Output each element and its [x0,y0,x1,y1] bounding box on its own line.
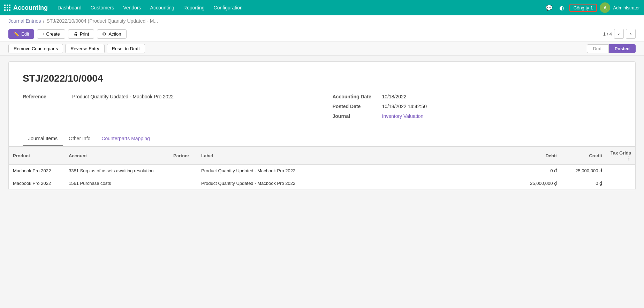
table-row[interactable]: Macbook Pro 2022 1561 Purchase costs Pro… [9,177,635,190]
table-area: Product Account Partner Label Debit Cred… [9,147,635,190]
col-header-product: Product [9,147,65,165]
menu-reporting[interactable]: Reporting [179,0,209,15]
breadcrumb-parent[interactable]: Journal Entries [8,18,41,24]
cell-account: 1561 Purchase costs [65,177,169,190]
action-button[interactable]: ⚙ Action [97,29,126,39]
journal-label: Journal [333,113,378,119]
cell-label: Product Quantity Updated - Macbook Pro 2… [197,165,516,177]
journal-value[interactable]: Inventory Valuation [382,113,424,119]
record-title: STJ/2022/10/0004 [23,73,621,84]
user-name: Administrator [613,5,640,10]
top-navigation: Accounting Dashboard Customers Vendors A… [0,0,644,15]
cell-product: Macbook Pro 2022 [9,177,65,190]
prev-page-button[interactable]: ‹ [614,29,624,39]
status-workflow: Draft Posted [587,44,636,53]
table-body: Macbook Pro 2022 3381 Surplus of assets … [9,165,635,190]
col-header-taxgrids: Tax Grids ⋮ [606,147,635,165]
form-right: Accounting Date 10/18/2022 Posted Date 1… [333,94,622,123]
menu-configuration[interactable]: Configuration [210,0,247,15]
tab-counterparts-mapping[interactable]: Counterparts Mapping [96,132,156,146]
reference-label: Reference [23,94,68,99]
tab-journal-items[interactable]: Journal Items [23,132,63,146]
col-header-credit: Credit [561,147,606,165]
pagination: 1 / 4 ‹ › [603,29,636,39]
breadcrumb: Journal Entries / STJ/2022/10/0004 (Prod… [8,18,636,26]
topnav-right: 💬 ◐ Công ty 1 A Administrator [544,2,640,13]
cell-account: 3381 Surplus of assets awaiting resoluti… [65,165,169,177]
app-logo: Accounting [13,4,48,12]
table-header-row: Product Account Partner Label Debit Cred… [9,147,635,165]
company-selector[interactable]: Công ty 1 [569,4,597,12]
accounting-date-label: Accounting Date [333,94,378,99]
cell-partner [169,177,197,190]
col-header-debit: Debit [516,147,561,165]
reference-row: Reference Product Quantity Updated - Mac… [23,94,312,99]
edit-button[interactable]: ✏️ Edit [8,29,34,39]
table-row[interactable]: Macbook Pro 2022 3381 Surplus of assets … [9,165,635,177]
form-grid: Reference Product Quantity Updated - Mac… [23,94,621,123]
print-button[interactable]: 🖨 Print [68,29,94,39]
reverse-entry-button[interactable]: Reverse Entry [65,44,104,53]
tab-other-info[interactable]: Other Info [63,132,96,146]
status-draft-button[interactable]: Draft [587,44,608,53]
edit-icon: ✏️ [14,31,19,37]
col-header-account: Account [65,147,169,165]
cell-taxgrids [606,177,635,190]
col-header-label: Label [197,147,516,165]
cell-product: Macbook Pro 2022 [9,165,65,177]
accounting-date-value: 10/18/2022 [382,94,407,99]
next-page-button[interactable]: › [626,29,636,39]
cell-partner [169,165,197,177]
posted-date-value: 10/18/2022 14:42:50 [382,104,427,109]
apps-icon[interactable] [4,5,10,11]
chat-icon[interactable]: 💬 [544,3,554,13]
reset-to-draft-button[interactable]: Reset to Draft [107,44,145,53]
breadcrumb-separator: / [43,18,44,24]
accounting-date-row: Accounting Date 10/18/2022 [333,94,622,99]
pagination-count: 1 / 4 [603,31,612,37]
journal-row: Journal Inventory Valuation [333,113,622,119]
menu-accounting[interactable]: Accounting [146,0,179,15]
breadcrumb-area: Journal Entries / STJ/2022/10/0004 (Prod… [0,15,644,26]
posted-date-label: Posted Date [333,104,378,109]
menu-customers[interactable]: Customers [86,0,119,15]
cell-credit: 0 ₫ [561,177,606,190]
avatar: A [600,2,610,13]
remove-counterparts-button[interactable]: Remove Counterparts [8,44,63,53]
cell-credit: 25,000,000 ₫ [561,165,606,177]
form-left: Reference Product Quantity Updated - Mac… [23,94,312,123]
posted-date-row: Posted Date 10/18/2022 14:42:50 [333,104,622,109]
gear-icon: ⚙ [102,31,106,37]
menu-dashboard[interactable]: Dashboard [53,0,86,15]
print-icon: 🖨 [73,31,78,37]
cell-debit: 25,000,000 ₫ [516,177,561,190]
main-content: STJ/2022/10/0004 Reference Product Quant… [0,56,644,196]
more-columns-icon[interactable]: ⋮ [627,156,631,161]
create-button[interactable]: + Create [37,29,65,39]
tabs: Journal Items Other Info Counterparts Ma… [9,132,635,147]
menu-vendors[interactable]: Vendors [119,0,145,15]
cell-debit: 0 ₫ [516,165,561,177]
cell-label: Product Quantity Updated - Macbook Pro 2… [197,177,516,190]
cell-taxgrids [606,165,635,177]
record-card: STJ/2022/10/0004 Reference Product Quant… [8,61,636,190]
clock-icon[interactable]: ◐ [557,3,567,13]
status-posted-button[interactable]: Posted [609,44,636,53]
toolbar: ✏️ Edit + Create 🖨 Print ⚙ Action 1 / 4 … [0,26,644,42]
action-bar: Remove Counterparts Reverse Entry Reset … [0,42,644,56]
breadcrumb-current: STJ/2022/10/0004 (Product Quantity Updat… [46,18,158,24]
col-header-partner: Partner [169,147,197,165]
journal-items-table: Product Account Partner Label Debit Cred… [9,147,635,190]
main-menu: Dashboard Customers Vendors Accounting R… [53,0,544,15]
reference-value: Product Quantity Updated - Macbook Pro 2… [72,94,174,99]
